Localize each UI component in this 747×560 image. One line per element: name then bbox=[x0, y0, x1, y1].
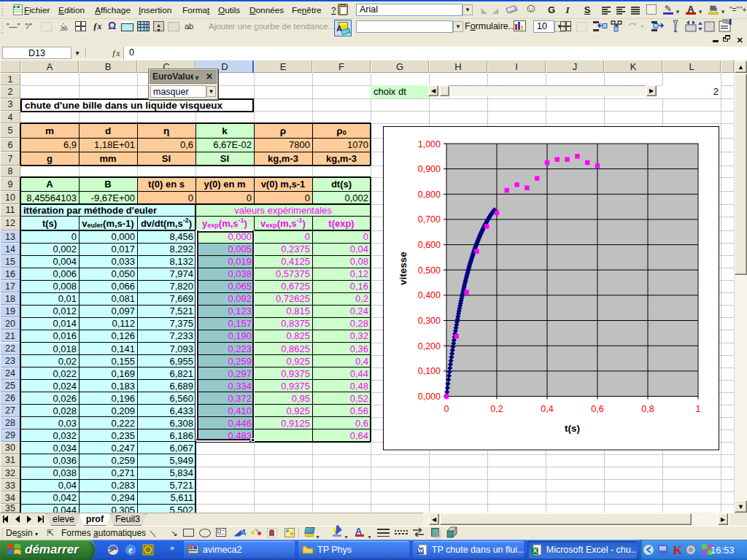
svg-text:W: W bbox=[417, 547, 424, 554]
svg-text:0,4: 0,4 bbox=[541, 404, 553, 414]
svg-text:0,400: 0,400 bbox=[418, 290, 441, 300]
svg-text:0,000: 0,000 bbox=[418, 392, 441, 402]
svg-text:0,900: 0,900 bbox=[418, 164, 441, 174]
svg-text:0,600: 0,600 bbox=[418, 240, 441, 250]
svg-text:0,200: 0,200 bbox=[418, 341, 441, 351]
svg-text:0,6: 0,6 bbox=[591, 404, 603, 414]
svg-text:0,800: 0,800 bbox=[418, 190, 441, 200]
svg-text:0,300: 0,300 bbox=[418, 316, 441, 326]
svg-text:0,2: 0,2 bbox=[490, 404, 503, 414]
svg-text:0,8: 0,8 bbox=[641, 404, 654, 414]
svg-text:K: K bbox=[673, 543, 683, 557]
svg-text:vitesse: vitesse bbox=[398, 252, 409, 285]
svg-text:e: e bbox=[128, 545, 133, 555]
svg-text:1,000: 1,000 bbox=[418, 139, 441, 149]
svg-text:X: X bbox=[533, 547, 537, 554]
svg-text:0,100: 0,100 bbox=[418, 366, 441, 376]
svg-text:1: 1 bbox=[696, 404, 701, 414]
svg-text:0,500: 0,500 bbox=[418, 265, 441, 276]
svg-text:0: 0 bbox=[444, 404, 449, 414]
svg-text:0,700: 0,700 bbox=[418, 214, 441, 225]
svg-text:t(s): t(s) bbox=[565, 423, 580, 434]
